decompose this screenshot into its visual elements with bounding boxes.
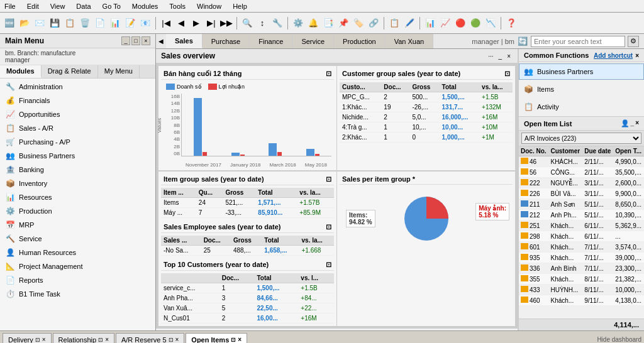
tb-mail[interactable]: 📧 — [138, 16, 152, 30]
sidebar-item-human-resources[interactable]: 👤 Human Resources — [0, 246, 155, 259]
bottom-tab-delivery-close[interactable]: × — [42, 336, 46, 343]
sidebar-item-project-management[interactable]: 📐 Project Management — [0, 259, 155, 273]
tb-last[interactable]: ▶| — [204, 16, 218, 30]
sidebar-item-opportunities[interactable]: 📈 Opportunities — [0, 107, 155, 121]
list-item[interactable]: 935Khách...7/11/...39,000,... — [519, 253, 644, 263]
cf-items[interactable]: 📦 Items — [519, 81, 644, 97]
tb-nav5[interactable]: ▶▶ — [219, 16, 233, 30]
table-row[interactable]: Anh Pha...384,66...+84... — [161, 293, 334, 303]
bottom-tab-relationship[interactable]: Relationship ⊡ × — [53, 333, 114, 344]
customer-group-expand[interactable]: ⊡ — [504, 70, 510, 78]
open-item-minimize[interactable]: _ — [631, 119, 635, 128]
bar-chart-expand[interactable]: ⊡ — [326, 70, 331, 78]
tb-customB[interactable]: 📈 — [438, 16, 452, 30]
tb-customD[interactable]: 🟢 — [469, 16, 482, 30]
hide-dashboard-link[interactable]: Hide dashboard — [597, 336, 641, 343]
tb-custom1[interactable]: 🔧 — [270, 16, 284, 30]
open-item-close[interactable]: × — [635, 119, 639, 128]
tab-refresh-btn[interactable]: 🔄 — [517, 36, 528, 47]
menu-window[interactable]: Window — [195, 2, 223, 11]
tab-settings-btn[interactable]: ⚙ — [628, 36, 639, 47]
list-item[interactable]: 56CÔNG...2/11/...35,500,... — [519, 167, 644, 178]
tb-custom7[interactable]: 🔗 — [367, 16, 380, 30]
tb-delete[interactable]: 🗑️ — [78, 16, 92, 30]
list-item[interactable]: 460Khách...9/11/...4,138,0... — [519, 295, 644, 306]
table-row[interactable]: Van Xuâ...522,50...+22... — [161, 303, 334, 313]
tb-close[interactable]: ✉️ — [33, 16, 47, 30]
list-item[interactable]: 336Anh Bình7/11/...23,300,... — [519, 263, 644, 274]
tab-finance[interactable]: Finance — [250, 34, 292, 48]
sidebar-item-banking[interactable]: 🏦 Banking — [0, 163, 155, 177]
bottom-tab-open-items-close[interactable]: × — [238, 336, 242, 343]
bottom-tab-delivery[interactable]: Delivery ⊡ × — [3, 333, 52, 344]
sidebar-item-purchasing-ap[interactable]: 🛒 Purchasing - A/P — [0, 135, 155, 149]
tb-custom8[interactable]: 📋 — [387, 16, 401, 30]
tb-custom5[interactable]: 📌 — [336, 16, 350, 30]
tb-custom9[interactable]: 🖊️ — [402, 16, 416, 30]
list-item[interactable]: 226BÙI Vă...3/11/...9,900,0... — [519, 188, 644, 199]
sidebar-item-sales-ar[interactable]: 📋 Sales - A/R — [0, 121, 155, 135]
list-item[interactable]: 222NGUYỄ...3/11/...2,600,0... — [519, 178, 644, 188]
tb-save[interactable]: 💾 — [48, 16, 62, 30]
tab-service[interactable]: Service — [292, 34, 334, 48]
tb-filter[interactable]: 🔍 — [240, 16, 254, 30]
list-item[interactable]: 433HUỲNH...8/11/...10,000,... — [519, 285, 644, 295]
bottom-tab-ar-reserve[interactable]: A/R Reserve 5 ⊡ × — [116, 333, 184, 344]
sidebar-item-administration[interactable]: 🔧 Administration — [0, 80, 155, 94]
sidebar-item-resources[interactable]: 📊 Resources — [0, 190, 155, 204]
menu-tools[interactable]: Tools — [167, 2, 187, 11]
top10-expand[interactable]: ⊡ — [326, 261, 331, 269]
tb-pdf[interactable]: 📄 — [93, 16, 107, 30]
table-row[interactable]: Items24521,...1,571,...+1.57B — [161, 198, 334, 208]
tab-production[interactable]: Production — [334, 34, 386, 48]
sidebar-item-financials[interactable]: 💰 Financials — [0, 94, 155, 107]
sidebar-item-business-partners[interactable]: 👥 Business Partners — [0, 149, 155, 163]
tb-custom2[interactable]: ⚙️ — [291, 16, 305, 30]
list-item[interactable]: 211Anh Sơn5/11/...8,650,0... — [519, 199, 644, 210]
tab-nav-left[interactable]: ◀ — [156, 34, 166, 48]
tb-help[interactable]: ❓ — [504, 16, 518, 30]
table-row[interactable]: 4:Trà g...110,...10,00...+10M — [340, 122, 513, 133]
list-item[interactable]: 298Khách...6/11/...... — [519, 231, 644, 242]
sidebar-maximize[interactable]: □ — [131, 36, 140, 45]
sidebar-tab-drag[interactable]: Drag & Relate — [42, 65, 98, 78]
sidebar-minimize[interactable]: _ — [121, 36, 130, 45]
table-row[interactable]: 2:Khác...101,000,...+1M — [340, 133, 513, 143]
menu-modules[interactable]: Modules — [130, 2, 160, 11]
table-row[interactable]: MPC_G...2500...1,500,...+1.5B — [340, 92, 513, 102]
tb-next[interactable]: ▶ — [189, 16, 203, 30]
sidebar-tab-modules[interactable]: Modules — [0, 65, 42, 78]
cf-activity[interactable]: 📋 Activity — [519, 99, 644, 115]
tb-new[interactable]: 🆕 — [3, 16, 16, 30]
sales-employee-expand[interactable]: ⊡ — [326, 223, 331, 231]
sidebar-item-service[interactable]: 🔨 Service — [0, 232, 155, 246]
menu-help[interactable]: Help — [231, 2, 249, 11]
menu-edit[interactable]: Edit — [25, 2, 41, 11]
menu-goto[interactable]: Go To — [101, 2, 123, 11]
tb-customA[interactable]: 📊 — [423, 16, 437, 30]
open-item-person-icon[interactable]: 👤 — [621, 119, 630, 128]
tb-custom3[interactable]: 🔔 — [306, 16, 320, 30]
list-item[interactable]: 46KHÁCH...2/11/...4,990,0... — [519, 156, 644, 167]
open-item-filter-select[interactable]: A/R Invoices (223) — [521, 133, 641, 144]
menu-data[interactable]: Data — [74, 2, 92, 11]
tb-customE[interactable]: 📉 — [484, 16, 497, 30]
tb-open[interactable]: 📂 — [18, 16, 31, 30]
sidebar-item-mrp[interactable]: 📅 MRP — [0, 218, 155, 232]
sidebar-item-reports[interactable]: 📄 Reports — [0, 273, 155, 287]
sidebar-item-b1-time-task[interactable]: ⏱️ B1 Time Task — [0, 287, 155, 301]
tb-excel[interactable]: 📊 — [108, 16, 122, 30]
cf-business-partners[interactable]: 👥 Business Partners — [519, 63, 644, 80]
tb-custom4[interactable]: 📑 — [321, 16, 335, 30]
tab-van-xuan[interactable]: Van Xuan — [386, 34, 434, 48]
table-row[interactable]: 1:Khác...19-26,...131,7...+132M — [340, 102, 513, 112]
tb-first[interactable]: |◀ — [159, 16, 173, 30]
add-shortcut-link[interactable]: Add shortcut — [594, 52, 633, 59]
sidebar-tab-mymenu[interactable]: My Menu — [98, 65, 140, 78]
tb-sort[interactable]: ↕️ — [255, 16, 269, 30]
table-row[interactable]: -No Sa...25488,...1,658,...+1.668 — [161, 246, 334, 256]
cf-minimize[interactable]: × — [635, 52, 639, 59]
sales-panel-minimize[interactable]: _ — [497, 52, 504, 60]
table-row[interactable]: service_c...11,500,...+1.5B — [161, 283, 334, 293]
tb-copy[interactable]: 📋 — [63, 16, 77, 30]
